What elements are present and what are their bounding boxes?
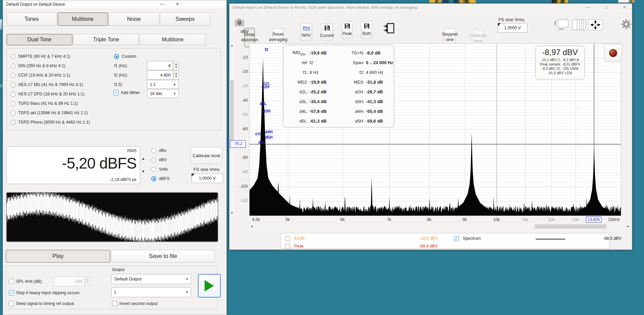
metric-label: IMDDIN : [283,50,310,56]
preset-radio-ccif-2[interactable] [11,73,16,78]
preset-radio-aes-17-3[interactable] [11,82,16,87]
fs-sine-vrms-field[interactable] [192,174,223,183]
unit-radio-volts[interactable] [151,167,156,172]
start-playback-button[interactable] [198,274,221,298]
f2-stepper[interactable]: ▲▼ [173,71,179,80]
titlebar: Default Output on Default Device — ✕ [3,0,226,8]
metric-label: MD2: [283,80,310,85]
save-current-button[interactable]: Current [321,23,333,41]
fs-sine-vrms-label: FS sine Vrms [498,17,525,22]
wav-button[interactable]: WAV [301,23,312,41]
route-to-input-icon[interactable] [383,20,395,37]
distortion-row: d4L:-57,8 dBd4H:-55,4 dB [283,106,394,116]
metric-value: -41,3 dB [366,99,394,104]
fs-sine-vrms-label: FS sine Vrms [194,167,220,172]
horizontal-scroll-thumb[interactable] [535,224,606,229]
distortion-row: d2L:-25,2 dBd2H:-26,7 dB [283,87,394,97]
preset-radio-custom[interactable] [114,54,119,59]
scroll-left-arrow[interactable]: ◄ [250,225,253,228]
vertical-scroll-thumb[interactable] [230,80,234,144]
unit-radio-dbu[interactable] [151,148,156,153]
subtab-triple-tone[interactable]: Triple Tone [73,34,139,45]
tab-tones[interactable]: Tones [6,12,57,26]
level-stepper[interactable]: ▲▼ [140,152,146,178]
x-tick-label: 7k [387,217,391,222]
preset-radio-aes-17-4[interactable] [11,92,16,97]
monitor-view-icon[interactable] [553,18,570,31]
play-tab-button[interactable]: Play [6,250,110,263]
window-title: Default Output on Default Device [6,2,65,7]
spl-limit-stepper[interactable]: ▲▼ [85,277,90,286]
f1-stepper[interactable]: ▲▼ [173,61,179,70]
tab-multitone[interactable]: Multitone [58,12,108,26]
legend-label: Spectrum [463,236,481,241]
columns-view-icon[interactable] [572,19,586,31]
horizontal-scrollbar[interactable]: ◄ ► [249,224,631,229]
metric-label: MD3: [340,80,366,85]
dither-bits-dropdown[interactable]: 16 bits▼ [147,89,179,98]
titlebar: Default Input L on Default Device at 48 … [229,4,632,12]
close-button[interactable]: ✕ [172,0,183,8]
signal-type-tabs: TonesMultitoneNoiseSweeps [6,12,210,26]
record-button[interactable] [604,44,622,62]
scroll-right-arrow[interactable]: ► [627,225,630,228]
close-button[interactable]: ✕ [619,4,630,11]
x-tick-label: 12k [548,217,555,222]
ratio-dropdown[interactable]: 1:1▼ [147,80,179,89]
spl-limit-input[interactable] [54,277,85,286]
distortion-row: ref:f2Span:0 .. 24 000 Hz [283,58,394,68]
subtab-multitone[interactable]: Multitone [140,34,206,45]
legend-checkbox-peak[interactable] [285,244,290,249]
save-peak-button[interactable]: Peak [341,21,353,39]
subtab-dual-tone[interactable]: Dual Tone [6,34,72,45]
input-level-value: -8,97 dBV [536,48,584,57]
fs-sine-vrms-field[interactable] [498,23,527,33]
scroll-down-arrow[interactable]: ▼ [230,212,233,215]
spl-limit-checkbox[interactable] [9,279,14,284]
button-label: Current [320,33,334,39]
x-tick-label: 15kHz [608,217,620,222]
stop-clipping-checkbox[interactable]: ✓ [9,290,14,296]
metric-value: 8 Hz [310,70,340,75]
minimize-button[interactable]: — [582,4,593,11]
invert-output-checkbox[interactable] [112,301,117,306]
y-tick-label: -100 [234,184,248,189]
x-tick-label: 8k [427,217,431,222]
timing-ref-checkbox[interactable] [9,301,14,306]
harmonic-label-d4l: d4L [255,132,262,136]
save-to-file-button[interactable]: Save to file [111,250,215,263]
f1-label: f1 (Hz): [114,63,128,68]
preset-radio-din-1[interactable] [11,63,16,69]
input-level-panel: -8,97 dBV -10,1 dBV C, -8,2 dBV APeak sa… [535,46,585,79]
preset-radio-tdfd-6[interactable] [11,110,16,116]
preset-radio-tdfd-5[interactable] [11,101,16,106]
camera-icon[interactable] [232,16,247,28]
add-dither-checkbox[interactable]: ✓ [113,90,119,95]
minimize-button[interactable]: — [157,0,167,8]
preset-radio-smpte-0[interactable] [11,54,16,59]
metric-label: Span: [340,60,366,65]
calibration-marker [498,23,501,26]
unit-radio-dbfs[interactable] [151,176,156,181]
legend-line-sample [536,239,565,239]
calibrate-level-button[interactable]: Calibrate level [191,147,222,164]
gear-icon[interactable] [621,18,632,30]
legend-checkbox-spectrum[interactable]: ✓ [454,236,459,241]
f1-input[interactable] [147,61,173,70]
unit-radio-dbv[interactable] [151,158,156,163]
multitone-mode-tabs: Dual ToneTriple ToneMultitone [6,34,206,45]
tab-sweeps[interactable]: Sweeps [160,12,211,26]
scroll-up-arrow[interactable]: ▲ [230,44,233,47]
save-both-button[interactable]: Both [361,21,372,39]
pan-view-icon[interactable] [588,19,603,31]
preset-radio-tdfd-7[interactable] [11,120,16,125]
vertical-scrollbar[interactable]: ▲ ▼ [230,43,234,215]
output-device-dropdown[interactable]: Default Output▼ [111,274,191,284]
output-channel-dropdown[interactable]: L▼ [111,287,191,297]
legend-checkbox-51-90[interactable] [285,236,290,241]
tab-noise[interactable]: Noise [109,12,159,26]
metric-value: -19,9 dB [310,80,340,85]
unit-label: dBV [159,158,167,162]
maximize-button[interactable]: □ [601,4,612,11]
f2-input[interactable] [147,71,173,80]
